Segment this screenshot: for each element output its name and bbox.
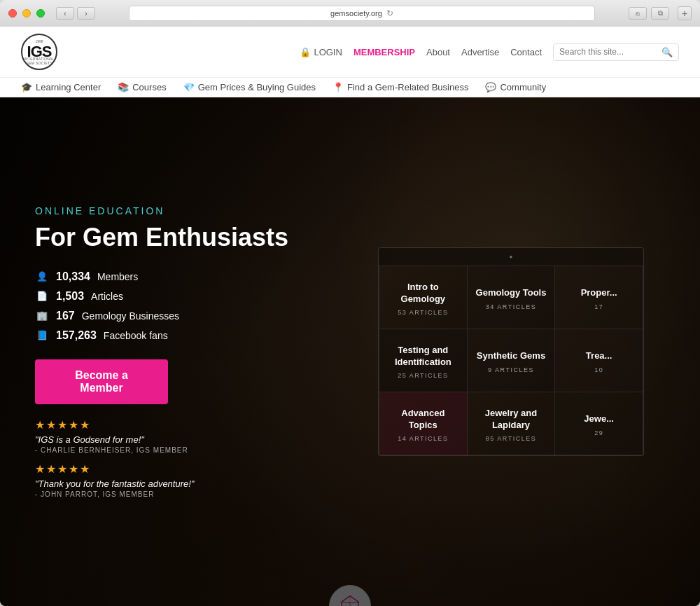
learning-icon: 🎓 — [21, 82, 32, 92]
course-count: 25 ARTICLES — [398, 372, 448, 379]
members-icon: 👤 — [35, 270, 49, 284]
course-count: 14 ARTICLES — [398, 435, 448, 442]
advertise-link[interactable]: Advertise — [461, 47, 499, 57]
nav-community[interactable]: 💬 Community — [485, 82, 546, 92]
url-text: gemsociety.org — [330, 9, 382, 18]
star: ★ — [80, 418, 90, 432]
facebook-count: 157,263 — [56, 329, 97, 342]
courses-label: Courses — [132, 82, 166, 92]
header-top: 1998 IGS INTERNATIONAL GEM SOCIETY 🔒 LOG… — [0, 27, 700, 77]
course-count: 53 ARTICLES — [398, 309, 448, 316]
refresh-icon[interactable]: ↻ — [386, 8, 393, 18]
members-label: Members — [97, 271, 138, 282]
site-header: 1998 IGS INTERNATIONAL GEM SOCIETY 🔒 LOG… — [0, 27, 700, 97]
course-grid: Intro to Gemology 53 ARTICLES Gemology T… — [379, 266, 643, 455]
find-business-label: Find a Gem-Related Business — [347, 82, 468, 92]
star: ★ — [57, 462, 67, 476]
hero-left-panel: ONLINE EDUCATION For Gem Enthusiasts 👤 1… — [35, 205, 343, 497]
articles-count: 1,503 — [56, 290, 84, 303]
minimize-button[interactable] — [22, 9, 31, 18]
panel-indicator: ● — [379, 248, 643, 266]
course-count: 85 ARTICLES — [486, 435, 536, 442]
nav-learning-center[interactable]: 🎓 Learning Center — [21, 82, 101, 92]
lock-icon: 🔒 — [300, 47, 311, 57]
logo-circle: 1998 IGS INTERNATIONAL GEM SOCIETY — [21, 34, 57, 70]
stat-articles: 📄 1,503 Articles — [35, 289, 343, 303]
course-name: Synthetic Gems — [477, 350, 545, 362]
search-box: 🔍 — [553, 43, 679, 61]
star: ★ — [46, 418, 56, 432]
course-advanced-topics[interactable]: Advanced Topics 14 ARTICLES — [379, 392, 468, 455]
course-name: Advanced Topics — [386, 408, 460, 432]
duplicate-button[interactable]: ⧉ — [651, 7, 669, 20]
course-treatments[interactable]: Trea... 10 — [555, 329, 643, 392]
forward-button[interactable]: › — [77, 7, 95, 20]
reviews-section: ★ ★ ★ ★ ★ "IGS is a Godsend for me!" - C… — [35, 418, 343, 498]
logo[interactable]: 1998 IGS INTERNATIONAL GEM SOCIETY — [21, 34, 57, 70]
hero-content: ONLINE EDUCATION For Gem Enthusiasts 👤 1… — [0, 97, 700, 606]
review-1-text: "IGS is a Godsend for me!" — [35, 434, 343, 445]
business-icon: 🏢 — [35, 309, 49, 323]
membership-link[interactable]: MEMBERSHIP — [354, 47, 415, 57]
course-name: Intro to Gemology — [386, 282, 460, 305]
star: ★ — [69, 418, 78, 432]
become-member-button[interactable]: Become a Member — [35, 359, 168, 404]
close-button[interactable] — [8, 9, 17, 18]
share-button[interactable]: ⎋ — [629, 7, 647, 20]
course-name: Testing and Identification — [386, 345, 460, 369]
star: ★ — [69, 462, 78, 476]
login-link[interactable]: 🔒 LOGIN — [300, 47, 342, 57]
mac-window: ‹ › gemsociety.org ↻ ⎋ ⧉ + 1998 IGS INTE… — [0, 0, 700, 606]
stat-members: 👤 10,334 Members — [35, 270, 343, 284]
hero-right-panel: ● Intro to Gemology 53 ARTICLES Gemology… — [357, 247, 665, 456]
top-nav: 🔒 LOGIN MEMBERSHIP About Advertise Conta… — [300, 43, 679, 61]
stat-businesses: 🏢 167 Gemology Businesses — [35, 309, 343, 323]
url-bar[interactable]: gemsociety.org ↻ — [129, 6, 595, 21]
course-name: Gemology Tools — [476, 287, 547, 299]
website: 1998 IGS INTERNATIONAL GEM SOCIETY 🔒 LOG… — [0, 27, 700, 606]
new-tab-button[interactable]: + — [678, 6, 692, 20]
course-testing[interactable]: Testing and Identification 25 ARTICLES — [379, 329, 468, 392]
review-2-text: "Thank you for the fantastic adventure!" — [35, 478, 343, 489]
hero-section: ONLINE EDUCATION For Gem Enthusiasts 👤 1… — [0, 97, 700, 606]
hero-title: For Gem Enthusiasts — [35, 222, 343, 252]
course-properties[interactable]: Proper... 17 — [555, 266, 643, 329]
course-jewelry-extra[interactable]: Jewe... 29 — [555, 392, 643, 455]
course-count: 34 ARTICLES — [486, 303, 536, 310]
articles-icon: 📄 — [35, 289, 49, 303]
nav-gem-prices[interactable]: 💎 Gem Prices & Buying Guides — [183, 82, 316, 92]
titlebar: ‹ › gemsociety.org ↻ ⎋ ⧉ + — [0, 0, 700, 27]
course-name: Jewe... — [584, 413, 614, 425]
logo-fullname: INTERNATIONAL GEM SOCIETY — [22, 57, 56, 65]
course-name: Trea... — [586, 350, 612, 362]
stat-facebook: 📘 157,263 Facebook fans — [35, 329, 343, 343]
login-label: LOGIN — [314, 47, 342, 57]
back-button[interactable]: ‹ — [56, 7, 74, 20]
learning-center-label: Learning Center — [36, 82, 101, 92]
course-count: 9 ARTICLES — [488, 366, 534, 373]
about-link[interactable]: About — [426, 47, 450, 57]
search-input[interactable] — [559, 47, 657, 57]
course-count: 10 — [594, 366, 603, 373]
review-2-author: - JOHN PARROT, IGS MEMBER — [35, 490, 343, 498]
course-count: 29 — [594, 429, 603, 436]
maximize-button[interactable] — [36, 9, 45, 18]
members-count: 10,334 — [56, 270, 90, 283]
review-1: ★ ★ ★ ★ ★ "IGS is a Godsend for me!" - C… — [35, 418, 343, 454]
course-count: 17 — [594, 303, 603, 310]
edu-label: ONLINE EDUCATION — [35, 205, 343, 216]
businesses-label: Gemology Businesses — [82, 310, 179, 322]
star: ★ — [46, 462, 56, 476]
nav-courses[interactable]: 📚 Courses — [118, 82, 166, 92]
course-intro-gemology[interactable]: Intro to Gemology 53 ARTICLES — [379, 266, 468, 329]
contact-link[interactable]: Contact — [510, 47, 542, 57]
nav-find-business[interactable]: 📍 Find a Gem-Related Business — [332, 82, 468, 92]
search-icon[interactable]: 🔍 — [662, 47, 673, 57]
community-label: Community — [500, 82, 546, 92]
main-nav: 🎓 Learning Center 📚 Courses 💎 Gem Prices… — [0, 77, 700, 97]
course-synthetic-gems[interactable]: Synthetic Gems 9 ARTICLES — [468, 329, 556, 392]
facebook-icon: 📘 — [35, 329, 49, 343]
course-gemology-tools[interactable]: Gemology Tools 34 ARTICLES — [468, 266, 556, 329]
course-jewelry-lapidary[interactable]: Jewelry and Lapidary 85 ARTICLES — [468, 392, 556, 455]
star: ★ — [57, 418, 67, 432]
